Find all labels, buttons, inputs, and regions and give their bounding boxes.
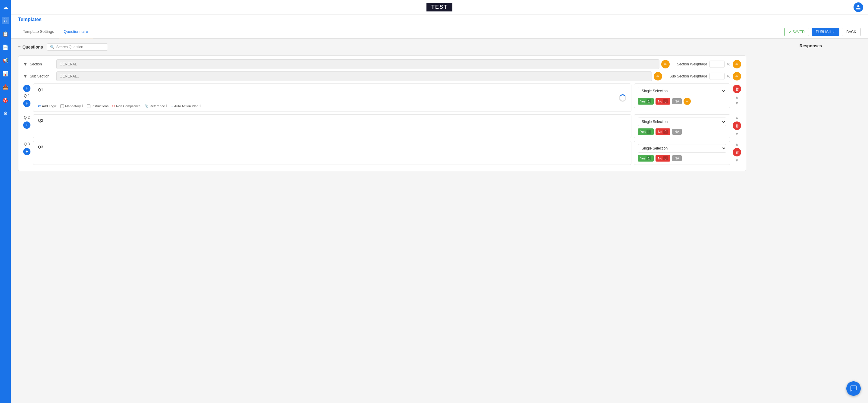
sub-section-weightage-label: Sub Section Weightage (670, 74, 707, 79)
publish-button[interactable]: PUBLISH ✓ (812, 28, 840, 36)
section-weightage-area: Section Weightage % ✏ (677, 60, 741, 68)
sidebar-item-inbox[interactable]: 📥 (2, 83, 9, 90)
q1-mandatory-toggle[interactable]: Mandatory ℹ (60, 104, 83, 108)
action-plan-info-icon: ℹ (199, 104, 201, 108)
question-row-1: + Q 1 + Q1 ⇌ Add Logic (23, 84, 741, 112)
user-avatar[interactable] (854, 2, 863, 12)
q1-name: Q1 (38, 87, 626, 92)
q2-no-count: 0 (663, 130, 668, 134)
q2-response-col: Single Selection Yes 1 No 0 NA (634, 114, 730, 138)
q1-add-above-button[interactable]: + (23, 85, 30, 92)
q2-response-card: Single Selection Yes 1 No 0 NA (634, 114, 730, 138)
sub-nav-actions: ✓ SAVED PUBLISH ✓ BACK (784, 28, 861, 36)
sidebar-item-doc[interactable]: 📄 (2, 43, 9, 51)
q3-type-select[interactable]: Single Selection (638, 144, 726, 153)
sub-section-weightage-input[interactable] (710, 73, 724, 80)
q1-type-select[interactable]: Single Selection (638, 87, 726, 95)
section-chevron[interactable]: ▼ (23, 62, 27, 67)
q1-yes-option[interactable]: Yes 1 (638, 98, 654, 104)
tab-questionnaire[interactable]: Questionnaire (59, 25, 93, 38)
q2-actions-col: ▲ 🗑 ▼ (733, 114, 741, 138)
q2-na-option[interactable]: NA (672, 129, 681, 135)
q1-add-below-button[interactable]: + (23, 100, 30, 107)
q1-no-option[interactable]: No 0 (655, 98, 670, 104)
section-weightage-input[interactable] (710, 61, 724, 68)
saved-button[interactable]: ✓ SAVED (784, 28, 809, 36)
q1-type-select-wrap: Single Selection (638, 87, 726, 95)
sub-section-chevron[interactable]: ▼ (23, 74, 27, 79)
q1-delete-button[interactable]: 🗑 (733, 85, 741, 93)
grid-icon: ≡ (18, 44, 21, 50)
q3-actions-col: ▲ 🗑 ▼ (733, 141, 741, 165)
q1-reference-toggle[interactable]: 📎 Reference ℹ (144, 104, 167, 108)
sidebar-item-megaphone[interactable]: 📢 (2, 57, 9, 64)
section-field: ✏ (56, 59, 670, 69)
sub-section-row: ▼ Sub Section ✏ Sub Section Weightage % … (23, 71, 741, 81)
page-title: Templates (18, 17, 41, 25)
q2-yes-count: 1 (647, 130, 651, 134)
q1-card: Q1 ⇌ Add Logic Mandator (33, 84, 631, 112)
topbar: TEST (11, 0, 868, 14)
back-button[interactable]: BACK (842, 28, 861, 36)
tab-template-settings[interactable]: Template Settings (18, 25, 59, 38)
section-input[interactable] (56, 59, 659, 69)
sidebar-item-clipboard[interactable]: 📋 (2, 30, 9, 37)
q2-type-select[interactable]: Single Selection (638, 118, 726, 126)
q3-type-select-wrap: Single Selection (638, 144, 726, 153)
q1-options-edit-button[interactable]: ✏ (684, 98, 691, 105)
q2-add-below-button[interactable]: + (23, 121, 30, 129)
mandatory-checkbox[interactable] (60, 104, 64, 108)
q1-response-card: Single Selection Yes 1 No 0 NA (634, 84, 730, 108)
q3-move-down-button[interactable]: ▼ (735, 158, 739, 162)
section-weightage-edit-button[interactable]: ✏ (733, 60, 741, 68)
q2-yes-option[interactable]: Yes 1 (638, 128, 654, 135)
q1-na-option[interactable]: NA (672, 98, 681, 104)
section-label: Section (30, 62, 54, 66)
reference-icon: 📎 (144, 104, 149, 108)
section-weightage-label: Section Weightage (677, 62, 707, 66)
question-row-2: Q 2 + Q2 Single Selection (23, 114, 741, 138)
logic-icon: ⇌ (38, 104, 41, 108)
sub-section-input[interactable] (56, 71, 652, 81)
sidebar-item-target[interactable]: 🎯 (2, 96, 9, 104)
q2-card: Q2 (33, 114, 631, 138)
content-area: ≡ Questions 🔍 ▼ Section ✏ (11, 39, 868, 403)
q1-toolbar: ⇌ Add Logic Mandatory ℹ Instructions (38, 104, 626, 108)
q1-response-options: Yes 1 No 0 NA ✏ (638, 98, 726, 105)
sub-section-weightage-edit-button[interactable]: ✏ (733, 72, 741, 81)
sub-section-field: ✏ (56, 71, 662, 81)
q3-no-option[interactable]: No 0 (655, 155, 670, 161)
q3-na-option[interactable]: NA (672, 155, 681, 161)
q1-move-up-button[interactable]: ▲ (735, 95, 739, 99)
q2-move-down-button[interactable]: ▼ (735, 132, 739, 136)
q2-no-option[interactable]: No 0 (655, 128, 670, 135)
q3-yes-count: 1 (647, 156, 651, 160)
q3-name: Q3 (38, 145, 626, 149)
q2-move-up-button[interactable]: ▲ (735, 116, 739, 120)
section-area: ▼ Section ✏ Section Weightage % ✏ (18, 56, 746, 171)
q1-actions-col: 🗑 ▲ ▼ (733, 84, 741, 112)
q1-auto-action-plan-button[interactable]: + Auto Action Plan ℹ (171, 104, 201, 108)
q3-move-up-button[interactable]: ▲ (735, 142, 739, 146)
q2-label: Q 2 (24, 116, 30, 120)
section-edit-button[interactable]: ✏ (661, 60, 670, 68)
q1-move-down-button[interactable]: ▼ (735, 101, 739, 105)
q1-loading-spinner (619, 94, 626, 101)
q1-non-compliance-toggle[interactable]: ⊘ Non Compliance (112, 104, 141, 108)
sidebar-item-chart[interactable]: 📊 (2, 70, 9, 77)
q2-delete-button[interactable]: 🗑 (733, 121, 741, 130)
sidebar-logo-icon[interactable]: ☁ (2, 4, 9, 11)
instructions-checkbox[interactable] (87, 104, 90, 108)
q1-add-logic-button[interactable]: ⇌ Add Logic (38, 104, 57, 108)
q3-no-count: 0 (663, 156, 668, 160)
sidebar-item-settings[interactable]: ⚙ (2, 110, 9, 117)
q3-yes-option[interactable]: Yes 1 (638, 155, 654, 161)
sidebar-item-grid[interactable]: ⠿ (2, 17, 9, 24)
q1-instructions-toggle[interactable]: Instructions (87, 104, 108, 108)
question-row-3: Q 3 + Q3 Single Selection (23, 141, 741, 165)
q3-add-below-button[interactable]: + (23, 148, 30, 155)
chat-button[interactable] (846, 381, 861, 396)
q3-delete-button[interactable]: 🗑 (733, 148, 741, 156)
search-input[interactable] (56, 45, 104, 49)
sub-section-edit-button[interactable]: ✏ (654, 72, 662, 81)
